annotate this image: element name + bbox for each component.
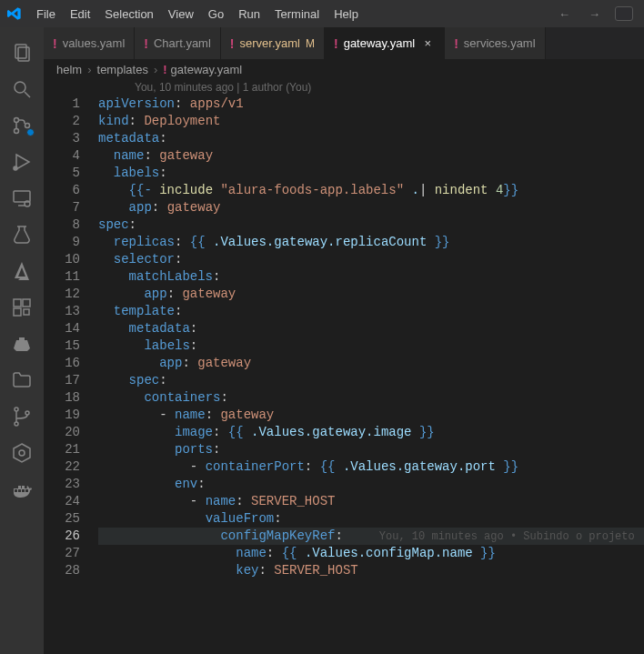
chevron-right-icon: › <box>152 63 159 76</box>
line-number: 18 <box>44 389 80 407</box>
code-line[interactable]: name: {{ .Values.configMap.name }} <box>98 545 644 562</box>
breadcrumb-part[interactable]: helm <box>56 63 82 76</box>
code-line[interactable]: - name: gateway <box>98 407 644 424</box>
line-number: 23 <box>44 476 80 493</box>
docker-icon[interactable] <box>0 471 44 508</box>
layout-toggle-icon[interactable] <box>615 6 633 21</box>
code-line[interactable]: configMapKeyRef:You, 10 minutes ago • Su… <box>98 528 644 545</box>
code-line[interactable]: app: gateway <box>98 355 644 372</box>
line-number: 28 <box>44 562 80 579</box>
code-line[interactable]: env: <box>98 476 644 493</box>
menu-item-view[interactable]: View <box>161 0 201 27</box>
code-line[interactable]: containers: <box>98 389 644 407</box>
tab-services-yaml[interactable]: !services.yaml <box>445 27 545 59</box>
nav-back-icon[interactable]: ← <box>555 4 574 25</box>
code-line[interactable]: spec: <box>98 372 644 389</box>
svg-marker-19 <box>14 444 30 462</box>
folder-icon[interactable] <box>0 362 44 398</box>
menu-item-go[interactable]: Go <box>201 0 231 27</box>
svg-marker-7 <box>16 155 29 169</box>
vscode-logo-icon <box>7 6 22 21</box>
tab-values-yaml[interactable]: !values.yaml <box>44 27 135 59</box>
ship-icon[interactable] <box>0 326 44 362</box>
code-line[interactable]: valueFrom: <box>98 510 644 528</box>
git-branch-icon[interactable] <box>0 398 44 435</box>
svg-point-2 <box>15 82 25 93</box>
code-line[interactable]: replicas: {{ .Values.gateway.replicaCoun… <box>98 234 644 251</box>
line-number: 13 <box>44 303 80 320</box>
code-line[interactable]: image: {{ .Values.gateway.image }} <box>98 424 644 441</box>
testing-icon[interactable] <box>0 216 44 253</box>
svg-rect-14 <box>14 308 21 316</box>
tab-gateway-yaml[interactable]: !gateway.yaml× <box>325 27 445 59</box>
menu-item-file[interactable]: File <box>29 0 63 27</box>
yaml-file-icon: ! <box>454 36 458 51</box>
svg-point-20 <box>19 450 25 456</box>
code-line[interactable]: app: gateway <box>98 199 644 216</box>
line-number: 1 <box>44 96 80 113</box>
code-line[interactable]: metadata: <box>98 320 644 337</box>
nav-forward-icon[interactable]: → <box>585 4 604 25</box>
tab-label: values.yaml <box>63 36 126 50</box>
svg-point-17 <box>15 422 18 426</box>
line-number: 4 <box>44 147 80 165</box>
code-line[interactable]: name: gateway <box>98 147 644 165</box>
title-bar: FileEditSelectionViewGoRunTerminalHelp ←… <box>0 0 644 27</box>
menu-item-run[interactable]: Run <box>231 0 267 27</box>
code-line[interactable]: app: gateway <box>98 286 644 303</box>
close-icon[interactable]: × <box>420 36 435 51</box>
code-line[interactable]: ports: <box>98 441 644 458</box>
extensions-icon[interactable] <box>0 289 44 326</box>
code-line[interactable]: labels: <box>98 337 644 355</box>
breadcrumb-part[interactable]: gateway.yaml <box>171 63 243 76</box>
run-debug-icon[interactable] <box>0 144 44 180</box>
tab-bar: !values.yaml!Chart.yaml!server.yamlM!gat… <box>44 27 644 59</box>
code-content[interactable]: apiVersion: apps/v1kind: Deploymentmetad… <box>98 96 644 654</box>
yaml-file-icon: ! <box>230 36 235 51</box>
explorer-icon[interactable] <box>0 35 44 71</box>
azure-icon[interactable] <box>0 253 44 289</box>
code-line[interactable]: - containerPort: {{ .Values.gateway.port… <box>98 458 644 476</box>
title-bar-right: ← → <box>555 4 637 25</box>
menu-item-edit[interactable]: Edit <box>63 0 97 27</box>
menu-item-terminal[interactable]: Terminal <box>267 0 327 27</box>
tab-server-yaml[interactable]: !server.yamlM <box>221 27 325 59</box>
line-number: 7 <box>44 199 80 216</box>
source-control-icon[interactable] <box>0 107 44 144</box>
main-area: !values.yaml!Chart.yaml!server.yamlM!gat… <box>0 27 644 654</box>
code-line[interactable]: - name: SERVER_HOST <box>98 493 644 510</box>
code-line[interactable]: matchLabels: <box>98 268 644 286</box>
tab-label: services.yaml <box>464 36 536 50</box>
tab-label: gateway.yaml <box>344 36 416 50</box>
remote-explorer-icon[interactable] <box>0 180 44 216</box>
menu-item-selection[interactable]: Selection <box>97 0 160 27</box>
breadcrumb[interactable]: helm › templates › ! gateway.yaml <box>44 59 644 79</box>
line-number: 26 <box>44 528 80 545</box>
code-line[interactable]: metadata: <box>98 130 644 147</box>
line-number: 22 <box>44 458 80 476</box>
code-line[interactable]: {{- include "alura-foods-app.labels" .| … <box>98 182 644 199</box>
search-icon[interactable] <box>0 71 44 107</box>
tab-Chart-yaml[interactable]: !Chart.yaml <box>135 27 221 59</box>
code-line[interactable]: kind: Deployment <box>98 113 644 130</box>
inline-git-blame: You, 10 minutes ago • Subindo o projeto <box>343 530 635 543</box>
menu-bar: FileEditSelectionViewGoRunTerminalHelp <box>29 0 366 27</box>
activity-bar <box>0 27 44 654</box>
code-line[interactable]: key: SERVER_HOST <box>98 562 644 579</box>
yaml-file-icon: ! <box>334 36 338 51</box>
code-line[interactable]: selector: <box>98 251 644 268</box>
line-number: 6 <box>44 182 80 199</box>
code-editor[interactable]: 1234567891011121314151617181920212223242… <box>44 96 644 654</box>
line-number: 15 <box>44 337 80 355</box>
svg-rect-13 <box>23 299 30 307</box>
code-line[interactable]: apiVersion: apps/v1 <box>98 96 644 113</box>
code-line[interactable]: spec: <box>98 216 644 234</box>
svg-point-18 <box>25 411 29 415</box>
svg-rect-9 <box>14 191 30 202</box>
code-line[interactable]: labels: <box>98 165 644 182</box>
kubernetes-icon[interactable] <box>0 435 44 471</box>
menu-item-help[interactable]: Help <box>327 0 366 27</box>
breadcrumb-part[interactable]: templates <box>97 63 148 76</box>
yaml-file-icon: ! <box>144 36 148 51</box>
code-line[interactable]: template: <box>98 303 644 320</box>
